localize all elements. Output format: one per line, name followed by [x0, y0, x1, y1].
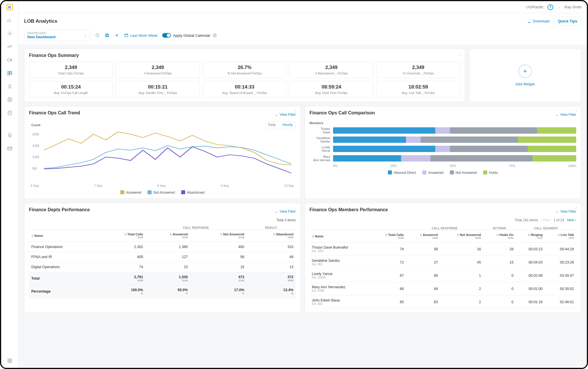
dashboard-selector-value: New Dashboard — [27, 35, 55, 39]
user-menu-caret-icon[interactable]: ⌄ — [557, 5, 560, 9]
pager-prev: ‹ Prev. — [541, 218, 551, 222]
nav-mail-icon[interactable] — [7, 145, 13, 152]
panel-call-trend: ⋮ Finance Ops Call Trend ⌄View Filter Co… — [24, 106, 301, 199]
dashboard-selector-label: DASHBOARD — [27, 32, 55, 35]
table-row[interactable]: Finance Operations2,3021,380400310 — [29, 242, 296, 252]
help-icon[interactable]: ? — [548, 4, 553, 10]
svg-rect-1 — [7, 59, 10, 61]
panel-menu-icon[interactable]: ⋮ — [458, 52, 462, 56]
legend-item[interactable]: Not Answered — [148, 190, 175, 195]
toolbar-copy-icon[interactable] — [105, 33, 110, 38]
nav-analytics-icon[interactable] — [7, 44, 13, 50]
compare-view-filter[interactable]: ⌄View Filter — [556, 113, 576, 117]
panel-menu-icon[interactable]: ⋮ — [294, 206, 297, 210]
kpi-card: 00:15:21 Avg. Handle Time _ FinOps — [116, 81, 200, 98]
trend-timerange-tabs: Daily Hourly — [265, 121, 296, 128]
legend-item[interactable]: Holds — [483, 170, 498, 175]
nav-activity-icon[interactable] — [7, 97, 13, 103]
svg-point-7 — [9, 360, 10, 362]
table-row[interactable]: Tristan Dave BuenaflorExt. 2927745816280… — [310, 243, 576, 256]
panel-call-comparison: ⋮ Finance Ops Call Comparison ⌄View Filt… — [305, 106, 581, 199]
download-icon — [527, 19, 531, 23]
kpi-label: Avg. Hold Time FinOps — [293, 91, 370, 95]
legend-item[interactable]: Inbound Direct — [388, 170, 416, 175]
toolbar-add-icon[interactable]: + — [114, 33, 119, 38]
kpi-label: % Not Answered FinOps — [206, 72, 283, 75]
nav-gear-icon[interactable] — [7, 358, 13, 364]
kpi-card: 2,349 % Voicemail _ FinOps — [376, 62, 460, 78]
add-widget-label: Add Widget — [515, 82, 535, 86]
count-label: Count — [31, 123, 40, 127]
nav-video-icon[interactable] — [7, 57, 13, 63]
kpi-card: 08:59:24 Avg. Hold Time FinOps — [289, 81, 373, 98]
panel-menu-icon[interactable]: ⋮ — [574, 206, 578, 210]
members-view-filter[interactable]: ⌄View Filter — [556, 210, 576, 214]
svg-point-0 — [9, 33, 10, 34]
date-range-label: Last Work Week — [130, 33, 158, 38]
app-logo: R — [7, 4, 13, 10]
kpi-value: 2,349 — [32, 65, 110, 70]
legend-item[interactable]: Answered — [422, 170, 443, 175]
table-row[interactable]: John Edwin BauaExt. 40465632000:01:1902:… — [310, 295, 576, 309]
kpi-card: 26.7% % Not Answered FinOps — [203, 62, 287, 78]
user-name[interactable]: Ray Smith — [564, 5, 582, 9]
plus-circle-icon: + — [519, 65, 532, 78]
table-row[interactable]: Digital Operations74231513 — [29, 262, 296, 272]
members-title: Finance Ops Members Performance — [310, 207, 388, 212]
dept-view-filter[interactable]: ⌄View Filter — [275, 210, 296, 214]
table-pct-row: Percentage100.0%%55.0%%17.0%%13.4%% — [29, 285, 296, 298]
nav-settings-icon[interactable] — [7, 30, 13, 37]
info-dot-icon[interactable]: i — [213, 33, 217, 37]
date-range-selector[interactable]: Last Work Week — [124, 33, 158, 38]
table-row[interactable]: Lorely YarciaExt. 1028967661000:02:0803:… — [310, 269, 576, 282]
comparison-bar: MaryAnn Hernan — [310, 155, 576, 162]
kpi-card: 2,349 # Abandoned _ FinOps — [289, 62, 373, 78]
pager-next[interactable]: Next › — [567, 218, 576, 222]
toolbar-info-icon[interactable]: ⓘ — [95, 33, 100, 38]
kpi-value: 26.7% — [206, 65, 283, 70]
trend-view-filter[interactable]: ⌄View Filter — [275, 113, 296, 117]
trend-chart: 50100150200 — [31, 128, 293, 183]
kpi-card: 18:02:59 Avg. Live Talk _ FinOps — [376, 81, 460, 98]
global-calendar-label: Apply Global Calendar — [173, 33, 210, 38]
toggle-switch[interactable] — [162, 33, 171, 38]
kpi-value: 00:15:21 — [119, 84, 196, 90]
kpi-value: 2,349 — [293, 65, 370, 70]
nav-users-icon[interactable] — [7, 83, 13, 90]
panel-menu-icon[interactable]: ⋮ — [574, 109, 578, 114]
table-row[interactable]: Mary Ann HernandezExt. 234966642000:01:0… — [310, 282, 576, 295]
dashboard-selector[interactable]: DASHBOARD New Dashboard ⌄ — [24, 30, 90, 41]
calendar-icon — [124, 33, 129, 38]
add-widget-button[interactable]: + Add Widget — [469, 49, 581, 102]
kpi-value: 00:15:24 — [32, 84, 110, 90]
members-axis-label: Members — [310, 121, 576, 125]
legend-item[interactable]: Abandoned — [181, 190, 204, 195]
table-row[interactable]: FP&A and IR4051275849 — [29, 252, 296, 262]
tab-hourly[interactable]: Hourly — [280, 122, 295, 128]
timezone-label[interactable]: US/Pacific — [526, 5, 543, 9]
compare-title: Finance Ops Call Comparison — [310, 110, 375, 116]
nav-custom-icon[interactable] — [7, 70, 13, 76]
panel-menu-icon[interactable]: ⋮ — [294, 109, 297, 114]
download-button[interactable]: Download — [527, 19, 550, 23]
topbar: US/Pacific ? ⌄ Ray Smith — [18, 1, 587, 13]
legend-item[interactable]: Not Answered — [450, 170, 477, 175]
table-total-row: Total2,781SUM1,530SUM473SUM372SUM — [29, 272, 296, 285]
tab-daily[interactable]: Daily — [265, 122, 279, 128]
kpi-value: 00:14:33 — [206, 84, 283, 90]
nav-reports-icon[interactable] — [7, 17, 13, 24]
panel-finance-ops-summary: ⋮ Finance Ops Summary 2,349 Total Calls … — [24, 49, 465, 102]
table-row[interactable]: Geraldine SambuExt. 3827227451500:04:030… — [310, 256, 576, 269]
legend-item[interactable]: Answered — [120, 190, 141, 195]
dept-title: Finance Depts Performance — [29, 207, 90, 212]
comparison-bar: TristanDave — [310, 127, 576, 134]
kpi-value: 18:02:59 — [380, 84, 457, 90]
nav-alerts-icon[interactable] — [7, 132, 13, 139]
kpi-label: Avg. FinOps Call Length — [32, 91, 110, 95]
nav-docs-icon[interactable] — [7, 110, 13, 116]
members-total-items: Total 161 items — [515, 218, 538, 222]
summary-title: Finance Ops Summary — [29, 53, 460, 58]
kpi-card: 00:15:24 Avg. FinOps Call Length — [29, 81, 113, 98]
quick-tips-button[interactable]: Quick Tips — [554, 17, 581, 26]
global-calendar-toggle[interactable]: Apply Global Calendar i — [162, 33, 217, 38]
